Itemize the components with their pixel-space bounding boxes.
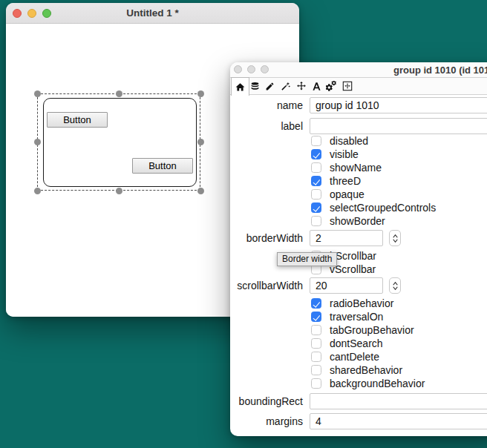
field-label-borderwidth: borderWidth	[230, 230, 303, 246]
tab-position[interactable]	[293, 78, 309, 94]
checkbox-row-disabled[interactable]: disabled	[311, 134, 368, 148]
checkbox-label: dontSearch	[330, 337, 383, 349]
checkbox-opaque[interactable]	[311, 189, 321, 200]
field-label-scrollbarwidth: scrollbarWidth	[230, 277, 303, 294]
resize-handle-w[interactable]	[34, 139, 41, 145]
checkbox-label: sharedBehavior	[330, 364, 402, 376]
checkbox-label: opaque	[330, 188, 365, 200]
wand-icon	[281, 82, 290, 91]
tooltip: Border width	[277, 252, 337, 266]
property-inspector-window: group id 1010 (id 1010	[230, 62, 487, 436]
checkbox-row-showname[interactable]: showName	[311, 161, 382, 174]
checkbox-label: showBorder	[330, 215, 385, 227]
pencil-icon	[265, 82, 275, 91]
scrollbarwidth-field[interactable]: 20	[310, 277, 383, 294]
checkbox-label: tabGroupBehavior	[330, 324, 414, 336]
minimize-button[interactable]	[247, 65, 255, 73]
field-label-boundingrect: boundingRect	[230, 393, 303, 409]
checkbox-selectgroupedcontrols[interactable]	[311, 202, 321, 213]
stepper-down-icon	[393, 239, 398, 243]
checkbox-label: threeD	[330, 175, 361, 187]
checkbox-dontsearch[interactable]	[311, 338, 321, 349]
tab-geometry[interactable]	[339, 78, 355, 94]
resize-handle-n[interactable]	[116, 90, 122, 97]
inspector-titlebar[interactable]: group id 1010 (id 1010	[230, 62, 487, 77]
tab-effects[interactable]	[278, 78, 293, 94]
gears-icon	[326, 81, 337, 92]
name-field[interactable]: group id 1010	[310, 97, 487, 113]
tab-text[interactable]	[309, 78, 324, 94]
checkbox-tabgroupbehavior[interactable]	[311, 325, 321, 335]
inspector-title: group id 1010 (id 1010	[393, 62, 487, 78]
stepper-up-icon	[393, 282, 398, 286]
text-format-icon	[312, 82, 321, 91]
resize-handle-ne[interactable]	[197, 90, 204, 97]
checkbox-row-cantdelete[interactable]: cantDelete	[311, 350, 379, 363]
resize-handle-se[interactable]	[197, 188, 204, 194]
checkbox-visible[interactable]	[311, 149, 321, 159]
resize-handle-sw[interactable]	[34, 188, 41, 194]
checkbox-backgroundbehavior[interactable]	[311, 378, 321, 389]
checkbox-label: cantDelete	[330, 351, 379, 363]
checkbox-cantdelete[interactable]	[311, 352, 321, 362]
checkbox-traversalon[interactable]	[311, 312, 321, 322]
document-title: Untitled 1 *	[6, 3, 299, 24]
boundingrect-field[interactable]	[310, 393, 487, 409]
borderwidth-stepper[interactable]	[389, 230, 401, 246]
checkbox-row-tabgroupbehavior[interactable]: tabGroupBehavior	[311, 323, 414, 337]
stepper-up-icon	[393, 234, 398, 238]
margins-field[interactable]: 4	[310, 413, 487, 429]
resize-handle-e[interactable]	[197, 139, 204, 145]
checkbox-showborder[interactable]	[311, 216, 321, 226]
zoom-button[interactable]	[261, 65, 269, 73]
checkbox-row-selectgroupedcontrols[interactable]: selectGroupedControls	[311, 201, 436, 214]
stepper-down-icon	[393, 286, 398, 290]
checkbox-label: backgroundBehavior	[330, 378, 425, 389]
move-icon	[296, 81, 307, 91]
checkbox-row-showborder[interactable]: showBorder	[311, 214, 385, 228]
close-button[interactable]	[234, 65, 242, 73]
checkbox-label: disabled	[330, 135, 368, 147]
field-label-label: label	[230, 118, 303, 134]
checkbox-row-radiobehavior[interactable]: radioBehavior	[311, 297, 393, 310]
inspector-toolbar	[230, 77, 487, 95]
canvas-button-2[interactable]: Button	[132, 158, 193, 174]
checkbox-row-threed[interactable]: threeD	[311, 174, 361, 188]
database-icon	[250, 82, 260, 91]
tab-edit[interactable]	[262, 78, 278, 94]
checkbox-threed[interactable]	[311, 176, 321, 186]
checkbox-label: showName	[330, 162, 382, 174]
checkbox-label: radioBehavior	[330, 297, 393, 309]
checkbox-row-visible[interactable]: visible	[311, 148, 359, 161]
field-label-name: name	[230, 97, 303, 113]
home-icon	[235, 82, 245, 92]
tab-data[interactable]	[247, 78, 263, 94]
checkbox-row-traversalon[interactable]: traversalOn	[311, 310, 383, 323]
window-controls	[234, 65, 269, 73]
borderwidth-field[interactable]: 2	[310, 230, 383, 246]
checkbox-label: selectGroupedControls	[330, 202, 436, 214]
field-label-margins: margins	[230, 413, 303, 429]
checkbox-label: traversalOn	[330, 311, 383, 323]
document-titlebar[interactable]: Untitled 1 *	[6, 3, 299, 24]
canvas-button-1[interactable]: Button	[47, 112, 108, 128]
checkbox-row-sharedbehavior[interactable]: sharedBehavior	[311, 363, 402, 377]
label-field[interactable]	[310, 118, 487, 134]
checkbox-row-backgroundbehavior[interactable]: backgroundBehavior	[311, 377, 425, 390]
group-control[interactable]	[43, 98, 197, 187]
checkbox-showname[interactable]	[311, 162, 321, 173]
resize-handle-nw[interactable]	[34, 90, 41, 97]
resize-handle-s[interactable]	[116, 188, 122, 194]
checkbox-row-opaque[interactable]: opaque	[311, 188, 365, 201]
checkbox-sharedbehavior[interactable]	[311, 365, 321, 375]
checkbox-disabled[interactable]	[311, 136, 321, 146]
scrollbarwidth-stepper[interactable]	[389, 277, 401, 294]
checkbox-label: visible	[330, 148, 359, 160]
geometry-icon	[342, 81, 353, 91]
checkbox-row-dontsearch[interactable]: dontSearch	[311, 337, 383, 350]
tab-advanced[interactable]	[324, 78, 339, 94]
checkbox-radiobehavior[interactable]	[311, 298, 321, 309]
